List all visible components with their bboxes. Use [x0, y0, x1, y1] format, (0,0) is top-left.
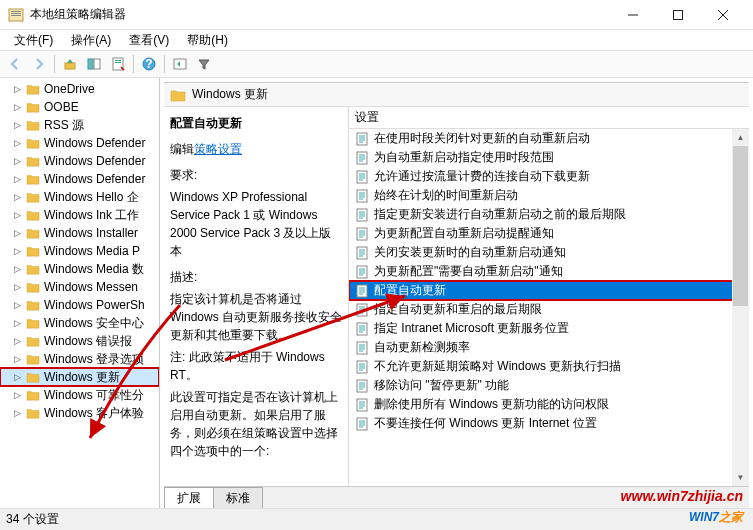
- list-item[interactable]: 为更新配置"需要自动重新启动"通知: [349, 262, 749, 281]
- tree-item[interactable]: ▷RSS 源: [0, 116, 159, 134]
- menu-file[interactable]: 文件(F): [6, 31, 61, 50]
- help-button[interactable]: ?: [138, 53, 160, 75]
- watermark-url: www.win7zhijia.cn: [621, 488, 743, 504]
- tree-item[interactable]: ▷Windows 可靠性分: [0, 386, 159, 404]
- list-item[interactable]: 允许通过按流量计费的连接自动下载更新: [349, 167, 749, 186]
- list-item[interactable]: 不允许更新延期策略对 Windows 更新执行扫描: [349, 357, 749, 376]
- tree-item[interactable]: ▷Windows Media 数: [0, 260, 159, 278]
- expand-caret-icon[interactable]: ▷: [14, 300, 22, 310]
- list-item[interactable]: 为自动重新启动指定使用时段范围: [349, 148, 749, 167]
- expand-caret-icon[interactable]: ▷: [14, 156, 22, 166]
- edit-policy-link[interactable]: 策略设置: [194, 142, 242, 156]
- tree-item[interactable]: ▷Windows Messen: [0, 278, 159, 296]
- tree-item[interactable]: ▷Windows Defender: [0, 152, 159, 170]
- list-item[interactable]: 为更新配置自动重新启动提醒通知: [349, 224, 749, 243]
- tree-item[interactable]: ▷Windows Defender: [0, 170, 159, 188]
- forward-button: [28, 53, 50, 75]
- expand-caret-icon[interactable]: ▷: [14, 120, 22, 130]
- svg-rect-2: [11, 13, 21, 14]
- expand-caret-icon[interactable]: ▷: [14, 408, 22, 418]
- tree-item[interactable]: ▷Windows 客户体验: [0, 404, 159, 422]
- description-text-1: 指定该计算机是否将通过 Windows 自动更新服务接收安全更新和其他重要下载。: [170, 290, 342, 344]
- tree-item[interactable]: ▷Windows 更新: [0, 368, 159, 386]
- content-title: Windows 更新: [192, 86, 268, 103]
- list-item[interactable]: 自动更新检测频率: [349, 338, 749, 357]
- list-item[interactable]: 指定自动更新和重启的最后期限: [349, 300, 749, 319]
- minimize-button[interactable]: [610, 0, 655, 30]
- tree-item-label: RSS 源: [44, 117, 84, 134]
- list-item[interactable]: 指定更新安装进行自动重新启动之前的最后期限: [349, 205, 749, 224]
- list-item-label: 指定更新安装进行自动重新启动之前的最后期限: [374, 206, 626, 223]
- tab-standard[interactable]: 标准: [213, 487, 263, 508]
- tree-item[interactable]: ▷Windows 登录选项: [0, 350, 159, 368]
- list-item-label: 为自动重新启动指定使用时段范围: [374, 149, 554, 166]
- list-item[interactable]: 始终在计划的时间重新启动: [349, 186, 749, 205]
- up-button[interactable]: [59, 53, 81, 75]
- expand-caret-icon[interactable]: ▷: [14, 246, 22, 256]
- expand-caret-icon[interactable]: ▷: [14, 192, 22, 202]
- menu-help[interactable]: 帮助(H): [179, 31, 236, 50]
- expand-caret-icon[interactable]: ▷: [14, 264, 22, 274]
- svg-rect-14: [357, 133, 367, 145]
- tree-item-label: Windows Media 数: [44, 261, 144, 278]
- list-column-header[interactable]: 设置: [349, 107, 749, 129]
- expand-caret-icon[interactable]: ▷: [14, 138, 22, 148]
- detail-title: 配置自动更新: [170, 115, 342, 132]
- tree-item[interactable]: ▷Windows Ink 工作: [0, 206, 159, 224]
- expand-caret-icon[interactable]: ▷: [14, 174, 22, 184]
- expand-caret-icon[interactable]: ▷: [14, 210, 22, 220]
- list-item[interactable]: 指定 Intranet Microsoft 更新服务位置: [349, 319, 749, 338]
- tree-item[interactable]: ▷Windows Hello 企: [0, 188, 159, 206]
- scroll-up-arrow[interactable]: ▲: [732, 129, 749, 146]
- settings-list[interactable]: 在使用时段关闭针对更新的自动重新启动为自动重新启动指定使用时段范围允许通过按流量…: [349, 129, 749, 486]
- expand-caret-icon[interactable]: ▷: [14, 318, 22, 328]
- menu-action[interactable]: 操作(A): [63, 31, 119, 50]
- tree-item-label: Windows Installer: [44, 226, 138, 240]
- edit-policy-link-row: 编辑策略设置: [170, 140, 342, 158]
- svg-text:?: ?: [145, 57, 152, 71]
- expand-caret-icon[interactable]: ▷: [14, 372, 22, 382]
- back-button: [4, 53, 26, 75]
- maximize-button[interactable]: [655, 0, 700, 30]
- tree-item[interactable]: ▷Windows Installer: [0, 224, 159, 242]
- list-item-label: 自动更新检测频率: [374, 339, 470, 356]
- content-panel: Windows 更新 配置自动更新 编辑策略设置 要求: Windows XP …: [164, 82, 749, 508]
- expand-caret-icon[interactable]: ▷: [14, 336, 22, 346]
- action-button[interactable]: [169, 53, 191, 75]
- list-item[interactable]: 不要连接任何 Windows 更新 Internet 位置: [349, 414, 749, 433]
- tree-item[interactable]: ▷Windows 错误报: [0, 332, 159, 350]
- list-item[interactable]: 移除访问 "暂停更新" 功能: [349, 376, 749, 395]
- tree-item[interactable]: ▷OOBE: [0, 98, 159, 116]
- scroll-thumb[interactable]: [733, 146, 748, 306]
- expand-caret-icon[interactable]: ▷: [14, 84, 22, 94]
- content-body: 配置自动更新 编辑策略设置 要求: Windows XP Professiona…: [164, 107, 749, 486]
- expand-caret-icon[interactable]: ▷: [14, 354, 22, 364]
- scroll-down-arrow[interactable]: ▼: [732, 469, 749, 486]
- svg-rect-9: [115, 60, 121, 61]
- tree-item[interactable]: ▷OneDrive: [0, 80, 159, 98]
- tree-item[interactable]: ▷Windows 安全中心: [0, 314, 159, 332]
- requirements-text: Windows XP Professional Service Pack 1 或…: [170, 188, 342, 260]
- expand-caret-icon[interactable]: ▷: [14, 390, 22, 400]
- expand-caret-icon[interactable]: ▷: [14, 228, 22, 238]
- tree-item[interactable]: ▷Windows Defender: [0, 134, 159, 152]
- tree-item[interactable]: ▷Windows Media P: [0, 242, 159, 260]
- tab-extended[interactable]: 扩展: [164, 487, 214, 508]
- list-item[interactable]: 在使用时段关闭针对更新的自动重新启动: [349, 129, 749, 148]
- statusbar: 34 个设置: [0, 508, 753, 530]
- list-item[interactable]: 删除使用所有 Windows 更新功能的访问权限: [349, 395, 749, 414]
- tree-panel[interactable]: ▷OneDrive▷OOBE▷RSS 源▷Windows Defender▷Wi…: [0, 78, 160, 508]
- menu-view[interactable]: 查看(V): [121, 31, 177, 50]
- svg-rect-69: [357, 342, 367, 354]
- expand-caret-icon[interactable]: ▷: [14, 102, 22, 112]
- vertical-scrollbar[interactable]: ▲ ▼: [732, 129, 749, 486]
- tree-item[interactable]: ▷Windows PowerSh: [0, 296, 159, 314]
- toolbar-separator: [133, 55, 134, 73]
- list-item[interactable]: 配置自动更新: [349, 281, 749, 300]
- properties-button[interactable]: [107, 53, 129, 75]
- expand-caret-icon[interactable]: ▷: [14, 282, 22, 292]
- filter-button[interactable]: [193, 53, 215, 75]
- show-hide-tree-button[interactable]: [83, 53, 105, 75]
- close-button[interactable]: [700, 0, 745, 30]
- list-item[interactable]: 关闭安装更新时的自动重新启动通知: [349, 243, 749, 262]
